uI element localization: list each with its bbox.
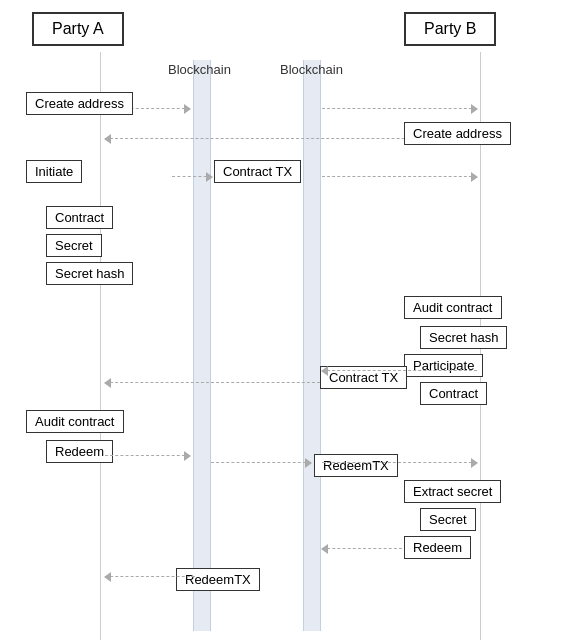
arrow-contract-tx-1-right bbox=[322, 176, 477, 177]
create-address-b-box: Create address bbox=[404, 122, 511, 145]
party-b-box: Party B bbox=[404, 12, 496, 46]
arrow-redeem-a bbox=[105, 455, 190, 456]
secret-hash-a-box: Secret hash bbox=[46, 262, 133, 285]
blockchain-col-right bbox=[303, 60, 321, 631]
party-a-label: Party A bbox=[52, 20, 104, 37]
arrow-participate bbox=[322, 370, 477, 371]
redeem-b-box: Redeem bbox=[404, 536, 471, 559]
party-a-lifeline bbox=[100, 52, 102, 640]
redeem-tx-2-box: RedeemTX bbox=[176, 568, 260, 591]
secret-2-box: Secret bbox=[420, 508, 476, 531]
secret-hash-b-box: Secret hash bbox=[420, 326, 507, 349]
contract-2-box: Contract bbox=[420, 382, 487, 405]
participate-box: Participate bbox=[404, 354, 483, 377]
arrow-contract-tx-2-left bbox=[105, 382, 320, 383]
audit-contract-a-box: Audit contract bbox=[26, 410, 124, 433]
create-address-a-box: Create address bbox=[26, 92, 133, 115]
arrow-redeem-right bbox=[322, 462, 477, 463]
blockchain-col-left bbox=[193, 60, 211, 631]
arrow-redeem-b bbox=[322, 548, 402, 549]
redeem-tx-1-box: RedeemTX bbox=[314, 454, 398, 477]
arrow-redeem-tx-2 bbox=[105, 576, 195, 577]
arrow-initiate bbox=[172, 176, 212, 177]
audit-contract-b-box: Audit contract bbox=[404, 296, 502, 319]
contract-tx-1-box: Contract TX bbox=[214, 160, 301, 183]
blockchain-left-label: Blockchain bbox=[168, 62, 231, 77]
contract-1-box: Contract bbox=[46, 206, 113, 229]
arrow-to-party-b-1 bbox=[322, 108, 477, 109]
secret-box: Secret bbox=[46, 234, 102, 257]
party-a-box: Party A bbox=[32, 12, 124, 46]
blockchain-right-label: Blockchain bbox=[280, 62, 343, 77]
arrow-redeem-tx-1 bbox=[211, 462, 311, 463]
redeem-a-box: Redeem bbox=[46, 440, 113, 463]
diagram: Party A Party B Blockchain Blockchain Cr… bbox=[0, 0, 585, 641]
party-b-label: Party B bbox=[424, 20, 476, 37]
extract-secret-box: Extract secret bbox=[404, 480, 501, 503]
initiate-box: Initiate bbox=[26, 160, 82, 183]
